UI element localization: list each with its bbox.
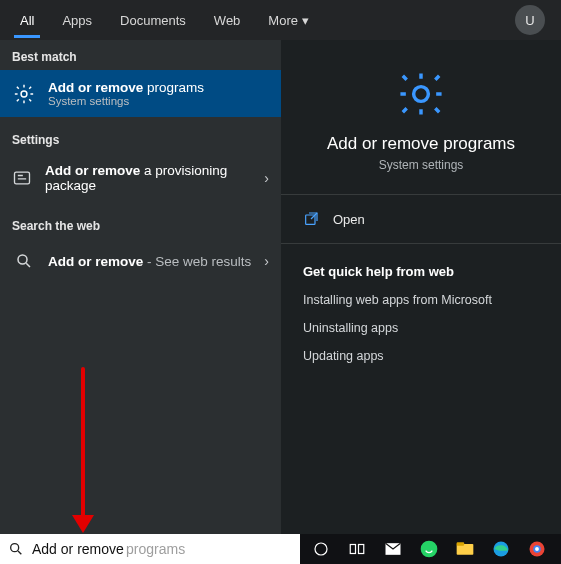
svg-point-15 [535,547,539,551]
tab-all[interactable]: All [6,3,48,37]
svg-point-2 [18,255,27,264]
chrome-icon[interactable] [526,538,548,560]
taskbar-search[interactable]: programs [0,534,300,564]
svg-point-0 [21,91,27,97]
result-web-item[interactable]: Add or remove - See web results › [0,239,281,283]
search-tabs: All Apps Documents Web More▾ U [0,0,561,40]
search-autocomplete-ghost: programs [126,541,185,557]
svg-rect-11 [457,542,465,545]
results-panel: Best match Add or remove programs System… [0,40,281,534]
provisioning-icon [12,166,33,190]
cortana-icon[interactable] [310,538,332,560]
help-link[interactable]: Uninstalling apps [303,321,539,335]
tab-web[interactable]: Web [200,3,255,37]
open-button[interactable]: Open [281,195,561,244]
preview-subtitle: System settings [301,158,541,172]
chevron-down-icon: ▾ [302,13,309,28]
svg-rect-8 [359,545,364,554]
open-icon [303,211,319,227]
chevron-right-icon: › [264,170,269,186]
svg-point-3 [414,87,429,102]
taskview-icon[interactable] [346,538,368,560]
tab-apps[interactable]: Apps [48,3,106,37]
edge-icon[interactable] [490,538,512,560]
svg-point-5 [11,544,19,552]
chevron-right-icon: › [264,253,269,269]
explorer-icon[interactable] [454,538,476,560]
section-web: Search the web [0,209,281,239]
gear-icon [12,82,36,106]
whatsapp-icon[interactable] [418,538,440,560]
taskbar: programs [0,534,561,564]
svg-rect-1 [15,172,30,184]
tab-documents[interactable]: Documents [106,3,200,37]
mail-icon[interactable] [382,538,404,560]
help-link[interactable]: Updating apps [303,349,539,363]
search-icon [12,249,36,273]
result-settings-item[interactable]: Add or remove a provisioning package › [0,153,281,203]
svg-rect-7 [350,545,355,554]
section-settings: Settings [0,123,281,153]
search-icon [8,541,24,557]
tab-more[interactable]: More▾ [254,3,323,37]
user-avatar[interactable]: U [515,5,545,35]
gear-icon [395,68,447,120]
section-best-match: Best match [0,40,281,70]
help-link[interactable]: Installing web apps from Microsoft [303,293,539,307]
result-best-match[interactable]: Add or remove programs System settings [0,70,281,117]
svg-point-6 [315,543,327,555]
help-title: Get quick help from web [303,264,539,279]
preview-panel: Add or remove programs System settings O… [281,40,561,534]
svg-point-9 [421,541,438,558]
preview-title: Add or remove programs [301,134,541,154]
